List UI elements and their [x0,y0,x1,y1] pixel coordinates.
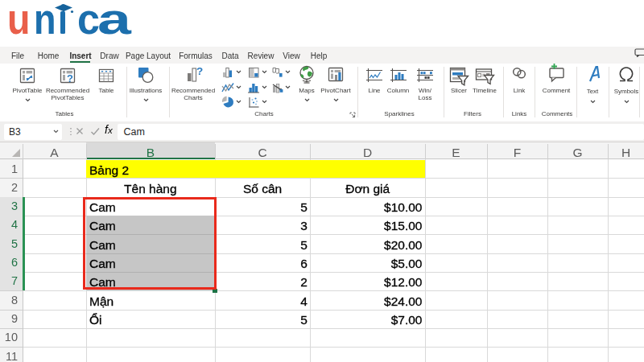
svg-text:?: ? [67,72,73,84]
svg-text:?: ? [196,65,203,77]
